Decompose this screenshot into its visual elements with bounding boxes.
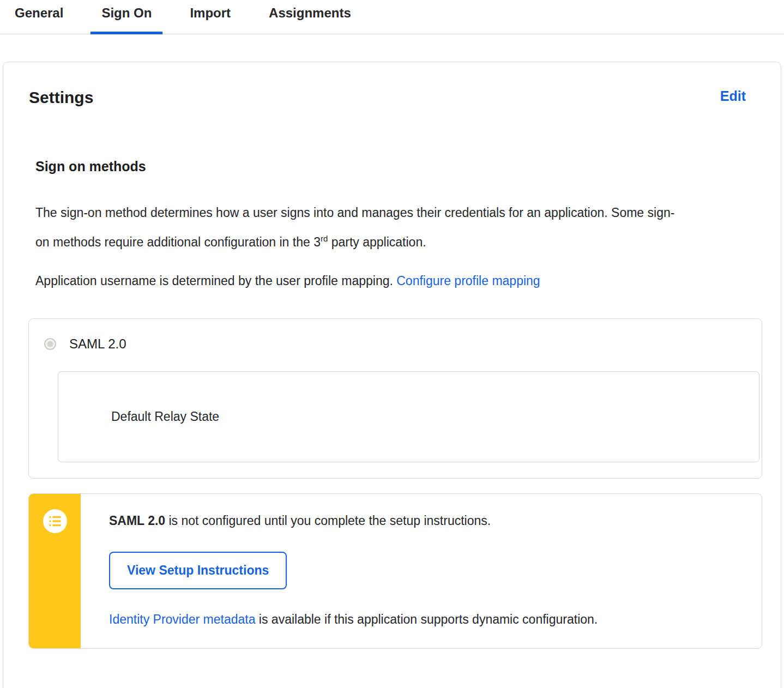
saml-radio-button[interactable] xyxy=(44,338,56,350)
tab-general[interactable]: General xyxy=(4,5,74,34)
default-relay-state-box: Default Relay State xyxy=(58,371,759,462)
settings-card: Settings Edit Sign on methods The sign-o… xyxy=(3,62,781,688)
metadata-note-rest: is available if this application support… xyxy=(255,612,598,626)
tab-sign-on[interactable]: Sign On xyxy=(91,5,162,34)
configure-profile-mapping-link[interactable]: Configure profile mapping xyxy=(396,274,540,288)
description-text-part2: party application. xyxy=(328,235,426,249)
username-note-text: Application username is determined by th… xyxy=(35,274,396,288)
page-title: Settings xyxy=(28,88,93,107)
description-superscript: rd xyxy=(321,234,328,243)
app-tab-bar: General Sign On Import Assignments xyxy=(0,0,784,34)
settings-card-header: Settings Edit xyxy=(28,88,763,107)
list-icon xyxy=(43,509,67,533)
saml-method-panel: SAML 2.0 Default Relay State xyxy=(28,318,762,479)
callout-accent-stripe xyxy=(29,494,81,648)
callout-message-bold: SAML 2.0 xyxy=(109,514,165,528)
saml-radio-row[interactable]: SAML 2.0 xyxy=(44,336,744,352)
identity-provider-metadata-link[interactable]: Identity Provider metadata xyxy=(109,612,255,626)
callout-body: SAML 2.0 is not configured until you com… xyxy=(81,494,762,648)
application-username-note: Application username is determined by th… xyxy=(35,268,763,294)
callout-message: SAML 2.0 is not configured until you com… xyxy=(109,514,762,528)
saml-radio-label: SAML 2.0 xyxy=(69,336,126,352)
saml-not-configured-callout: SAML 2.0 is not configured until you com… xyxy=(28,493,762,649)
tab-import[interactable]: Import xyxy=(179,5,242,34)
default-relay-state-label: Default Relay State xyxy=(111,409,219,424)
sign-on-method-description: The sign-on method determines how a user… xyxy=(35,200,682,255)
edit-settings-link[interactable]: Edit xyxy=(720,88,746,104)
identity-provider-metadata-note: Identity Provider metadata is available … xyxy=(109,612,762,627)
tab-assignments[interactable]: Assignments xyxy=(258,5,362,34)
view-setup-instructions-button[interactable]: View Setup Instructions xyxy=(109,552,287,589)
sign-on-methods-heading: Sign on methods xyxy=(35,159,763,174)
callout-message-rest: is not configured until you complete the… xyxy=(165,514,491,528)
